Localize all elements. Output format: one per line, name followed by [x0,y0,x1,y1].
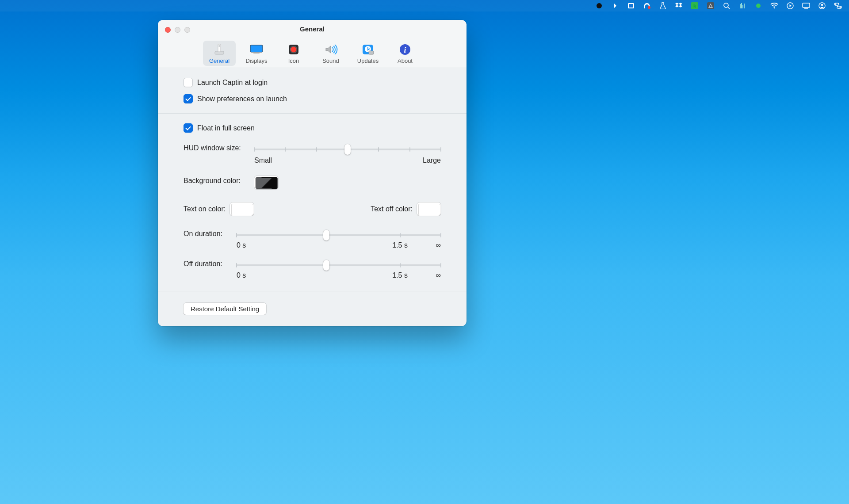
svg-text:i: i [404,46,406,54]
preferences-window: General General [158,20,467,326]
on-duration-row: On duration: 0 s 1.5 s ∞ [184,229,441,251]
general-icon [212,43,227,56]
tab-label: General [209,57,229,64]
tab-bar: General Displays [158,41,467,66]
svg-rect-29 [253,53,260,54]
svg-rect-35 [369,51,374,54]
tab-icon[interactable]: Icon [277,41,310,66]
bgcolor-row: Background color: [184,176,441,191]
text-on-label: Text on color: [184,205,226,213]
hud-size-row: HUD window size: Small Large [184,143,441,164]
launch-at-login-label: Launch Captin at login [197,79,268,87]
on-duration-mid-label: 1.5 s [392,241,408,249]
chevron-right-icon[interactable] [611,2,619,10]
restore-defaults-label: Restore Default Setting [191,305,259,313]
menubar: k [0,0,624,11]
updates-icon [360,43,375,56]
text-off-label: Text off color: [371,205,413,213]
tab-label: Displays [245,57,267,64]
tab-label: Icon [288,57,299,64]
hud-size-max-label: Large [423,157,441,164]
show-prefs-row: Show preferences on launch [184,94,441,103]
off-duration-min-label: 0 s [237,271,246,279]
on-duration-max-label: ∞ [436,241,441,249]
float-fullscreen-label: Float in full screen [197,124,255,132]
titlebar: General General [158,20,467,68]
footer: Restore Default Setting [158,291,467,326]
show-prefs-checkbox[interactable] [184,94,193,103]
bgcolor-label: Background color: [184,176,254,185]
tab-about[interactable]: i About [389,41,421,66]
hud-size-slider[interactable] [254,145,441,154]
hud-size-label: HUD window size: [184,143,254,152]
svg-point-31 [291,47,297,53]
on-duration-label: On duration: [184,229,237,238]
on-duration-slider[interactable] [237,231,441,240]
off-duration-mid-label: 1.5 s [392,271,408,279]
text-on-color-well[interactable] [230,202,254,216]
float-fullscreen-row: Float in full screen [184,123,441,133]
tab-displays[interactable]: Displays [240,41,273,66]
tab-label: About [398,57,413,64]
tab-updates[interactable]: Updates [352,41,384,66]
launch-at-login-checkbox[interactable] [184,78,193,87]
on-duration-min-label: 0 s [237,241,246,249]
text-colors-row: Text on color: Text off color: [184,202,441,216]
float-fullscreen-checkbox[interactable] [184,123,193,133]
sound-icon [323,43,338,56]
hud-options: Float in full screen HUD window size: Sm [158,114,467,291]
svg-point-0 [597,3,602,8]
about-icon: i [398,43,413,56]
general-options: Launch Captin at login Show preferences … [158,68,467,114]
off-duration-row: Off duration: 0 s 1.5 s ∞ [184,259,441,281]
icon-icon [286,43,301,56]
show-prefs-label: Show preferences on launch [197,95,287,103]
off-duration-slider[interactable] [237,261,441,270]
tab-label: Updates [357,57,379,64]
text-off-color-well[interactable] [417,202,441,216]
off-duration-max-label: ∞ [436,271,441,279]
tab-sound[interactable]: Sound [314,41,347,66]
svg-rect-26 [219,45,220,47]
restore-defaults-button[interactable]: Restore Default Setting [184,303,266,315]
off-duration-label: Off duration: [184,259,237,268]
tab-general[interactable]: General [203,41,236,66]
launch-at-login-row: Launch Captin at login [184,78,441,87]
hud-size-min-label: Small [254,157,272,164]
window-title: General [158,25,467,33]
tab-label: Sound [322,57,339,64]
bgcolor-well[interactable] [254,176,278,189]
displays-icon [249,43,264,56]
svg-rect-27 [250,45,263,52]
record-icon[interactable] [595,2,603,10]
